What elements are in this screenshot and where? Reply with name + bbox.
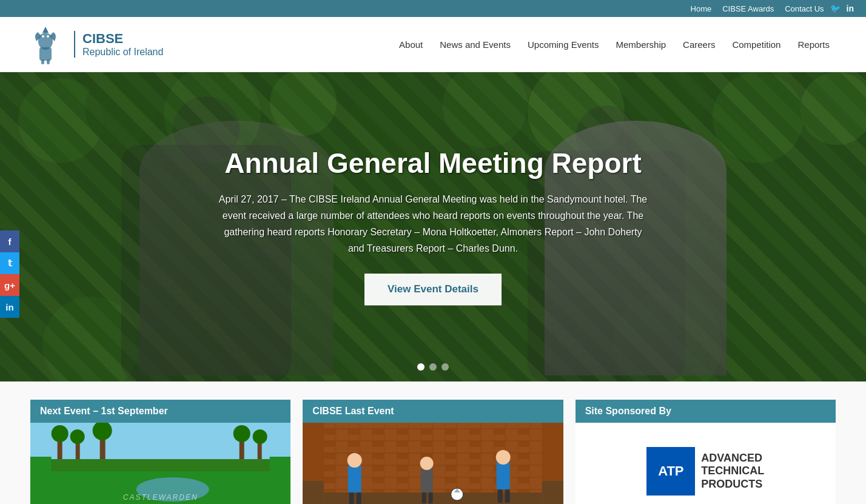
googleplus-sidebar-button[interactable]: g+ <box>0 274 19 296</box>
cards-section: Next Event – 1st September <box>0 381 866 504</box>
hero-slider: Annual General Meeting Report April 27, … <box>0 72 866 381</box>
last-event-card: CIBSE Last Event <box>303 400 563 504</box>
top-bar: Home CIBSE Awards Contact Us 🐦 in <box>0 0 866 17</box>
main-nav: About News and Events Upcoming Events Me… <box>399 39 830 50</box>
svg-marker-2 <box>42 27 49 33</box>
svg-point-10 <box>85 72 158 145</box>
svg-rect-53 <box>357 492 361 504</box>
next-event-card-header: Next Event – 1st September <box>30 400 290 423</box>
facebook-sidebar-button[interactable]: f <box>0 230 19 252</box>
linkedin-sidebar-button[interactable]: in <box>0 296 19 318</box>
sponsor-card: Site Sponsored By ATP ADVANCED TECHNICAL… <box>576 400 836 504</box>
next-event-card: Next Event – 1st September <box>30 400 290 504</box>
golf-svg: CASTLEWARDEN <box>30 423 290 504</box>
svg-point-59 <box>420 457 434 470</box>
svg-rect-61 <box>429 492 433 503</box>
svg-rect-52 <box>349 492 354 504</box>
home-link[interactable]: Home <box>691 4 712 13</box>
view-event-details-button[interactable]: View Event Details <box>364 274 502 306</box>
social-sidebar: f 𝕥 g+ in <box>0 230 19 318</box>
nav-upcoming[interactable]: Upcoming Events <box>528 39 599 50</box>
svg-rect-50 <box>348 465 361 492</box>
site-header: CIBSE Republic of Ireland About News and… <box>0 17 866 72</box>
twitter-topbar-icon[interactable]: 🐦 <box>830 4 841 13</box>
svg-point-55 <box>496 450 511 465</box>
svg-rect-5 <box>47 59 50 64</box>
svg-point-39 <box>253 429 267 444</box>
hero-dot-1[interactable] <box>417 363 425 371</box>
nav-about[interactable]: About <box>399 39 423 50</box>
awards-link[interactable]: CIBSE Awards <box>722 4 774 13</box>
svg-point-37 <box>233 425 250 442</box>
contact-link[interactable]: Contact Us <box>785 4 824 13</box>
hero-dot-2[interactable] <box>429 363 437 371</box>
hero-title: Annual General Meeting Report <box>216 148 650 179</box>
next-event-image: CASTLEWARDEN <box>30 423 290 504</box>
svg-point-17 <box>713 72 804 163</box>
hero-dots <box>417 363 449 371</box>
svg-rect-57 <box>505 489 510 503</box>
svg-rect-3 <box>39 47 52 61</box>
logo-area[interactable]: CIBSE Republic of Ireland <box>24 23 163 66</box>
logo-title: CIBSE <box>82 31 163 47</box>
svg-point-40 <box>136 477 209 502</box>
svg-point-7 <box>47 35 49 38</box>
svg-rect-60 <box>422 492 426 503</box>
atp-full-name: ADVANCED TECHNICAL PRODUCTS <box>701 452 764 491</box>
atp-logo-box: ATP <box>646 447 695 496</box>
nav-reports[interactable]: Reports <box>797 39 830 50</box>
svg-point-33 <box>70 429 85 444</box>
hero-content: Annual General Meeting Report April 27, … <box>216 148 650 305</box>
svg-rect-4 <box>41 59 44 64</box>
soccer-image <box>303 423 563 504</box>
nav-news[interactable]: News and Events <box>440 39 511 50</box>
logo-text-area: CIBSE Republic of Ireland <box>74 31 163 58</box>
nav-competition[interactable]: Competition <box>732 39 780 50</box>
last-event-card-header: CIBSE Last Event <box>303 400 563 423</box>
hero-description: April 27, 2017 – The CIBSE Ireland Annua… <box>216 191 650 257</box>
nav-membership[interactable]: Membership <box>616 39 666 50</box>
sponsor-logo-area: ATP ADVANCED TECHNICAL PRODUCTS <box>576 423 836 504</box>
nav-careers[interactable]: Careers <box>683 39 715 50</box>
hero-dot-3[interactable] <box>441 363 449 371</box>
linkedin-topbar-icon[interactable]: in <box>847 4 854 13</box>
sponsor-card-header: Site Sponsored By <box>576 400 836 423</box>
twitter-sidebar-button[interactable]: 𝕥 <box>0 252 19 274</box>
svg-rect-54 <box>497 462 510 489</box>
last-event-image <box>303 423 563 504</box>
soccer-svg <box>303 423 563 504</box>
golf-course-image: CASTLEWARDEN <box>30 423 290 504</box>
atp-abbreviation: ATP <box>658 463 683 479</box>
logo-subtitle: Republic of Ireland <box>82 47 163 58</box>
svg-point-6 <box>42 35 44 38</box>
svg-rect-58 <box>421 468 433 492</box>
svg-rect-56 <box>498 489 503 503</box>
logo-icon <box>24 23 67 66</box>
svg-rect-29 <box>52 459 270 471</box>
svg-point-51 <box>347 453 362 468</box>
svg-point-12 <box>270 72 337 136</box>
svg-point-31 <box>52 425 69 442</box>
